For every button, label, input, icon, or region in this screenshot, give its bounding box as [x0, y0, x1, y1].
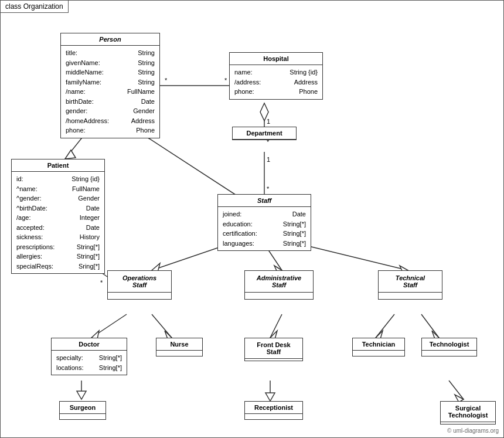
svg-text:*: * [267, 185, 270, 192]
technologist-title: Technologist [422, 338, 476, 351]
technical-staff-class: TechnicalStaff [378, 270, 442, 300]
svg-line-28 [421, 314, 439, 338]
nurse-title: Nurse [156, 338, 202, 351]
staff-attrs: joined:Date education:String[*] certific… [218, 207, 311, 250]
operations-staff-class: OperationsStaff [107, 270, 172, 300]
svg-line-26 [376, 314, 394, 338]
svg-text:*: * [165, 77, 168, 84]
staff-class: Staff joined:Date education:String[*] ce… [217, 194, 311, 251]
department-class: Department [232, 127, 297, 140]
svg-line-18 [299, 244, 408, 270]
patient-title: Patient [12, 159, 104, 172]
patient-attrs: id:String {id} ^name:FullName ^gender:Ge… [12, 172, 104, 273]
svg-marker-11 [65, 150, 76, 159]
doctor-attrs: specialty:String[*] locations:String[*] [52, 351, 127, 375]
front-desk-staff-class: Front DeskStaff [244, 338, 303, 361]
svg-marker-31 [77, 391, 86, 399]
department-title: Department [233, 127, 296, 140]
svg-line-20 [91, 314, 127, 338]
diagram-title: class Organization [1, 1, 69, 13]
hospital-attrs: name:String {id} /address:Address phone:… [230, 65, 322, 99]
technologist-class: Technologist [421, 338, 477, 356]
hospital-title: Hospital [230, 53, 322, 65]
receptionist-title: Receptionist [245, 402, 302, 414]
person-class: Person title:String givenName:String mid… [60, 33, 160, 138]
hospital-class: Hospital name:String {id} /address:Addre… [229, 52, 323, 100]
svg-text:1: 1 [267, 156, 270, 163]
svg-text:*: * [100, 279, 103, 286]
patient-class: Patient id:String {id} ^name:FullName ^g… [11, 159, 105, 274]
staff-title: Staff [218, 195, 311, 207]
front-desk-staff-title: Front DeskStaff [245, 338, 302, 359]
svg-marker-33 [265, 393, 275, 401]
diagram-container: class Organization * * 1 * 1 * [0, 0, 504, 438]
technical-staff-title: TechnicalStaff [379, 271, 442, 293]
svg-line-24 [270, 314, 282, 338]
operations-staff-title: OperationsStaff [108, 271, 171, 293]
svg-line-34 [449, 381, 464, 399]
surgeon-class: Surgeon [59, 401, 106, 420]
svg-text:*: * [224, 77, 227, 84]
surgeon-title: Surgeon [60, 402, 105, 414]
technician-class: Technician [352, 338, 405, 356]
svg-line-22 [152, 314, 172, 338]
doctor-title: Doctor [52, 338, 127, 351]
surgical-technologist-class: SurgicalTechnologist [440, 401, 496, 425]
person-title: Person [61, 33, 159, 46]
svg-marker-4 [260, 103, 268, 121]
technician-title: Technician [353, 338, 404, 351]
receptionist-class: Receptionist [244, 401, 303, 420]
person-attrs: title:String givenName:String middleName… [61, 46, 159, 138]
administrative-staff-class: AdministrativeStaff [244, 270, 314, 300]
doctor-class: Doctor specialty:String[*] locations:Str… [51, 338, 127, 375]
surgical-technologist-title: SurgicalTechnologist [441, 402, 495, 422]
svg-text:1: 1 [267, 118, 270, 125]
copyright: © uml-diagrams.org [447, 427, 499, 434]
nurse-class: Nurse [156, 338, 203, 356]
administrative-staff-title: AdministrativeStaff [245, 271, 313, 293]
